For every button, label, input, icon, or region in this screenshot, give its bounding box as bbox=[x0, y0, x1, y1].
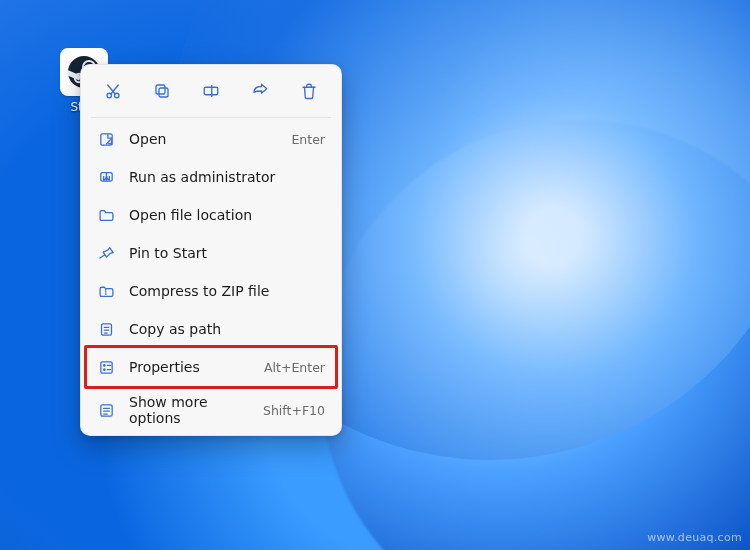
svg-point-14 bbox=[103, 364, 104, 365]
copy-icon bbox=[153, 82, 171, 100]
menu-separator bbox=[91, 117, 331, 118]
menu-item-run-as-administrator[interactable]: Run as administrator bbox=[87, 158, 335, 196]
copy-path-icon bbox=[97, 320, 115, 338]
menu-item-label: Properties bbox=[129, 359, 250, 375]
context-menu: Open Enter Run as administrator Open fil… bbox=[80, 64, 342, 436]
share-icon bbox=[251, 82, 269, 100]
menu-item-properties[interactable]: Properties Alt+Enter bbox=[87, 348, 335, 386]
svg-rect-9 bbox=[204, 87, 218, 95]
menu-item-label: Run as administrator bbox=[129, 169, 311, 185]
svg-rect-7 bbox=[159, 88, 168, 97]
menu-item-copy-as-path[interactable]: Copy as path bbox=[87, 310, 335, 348]
menu-item-label: Copy as path bbox=[129, 321, 311, 337]
pin-icon bbox=[97, 244, 115, 262]
menu-item-shortcut: Enter bbox=[291, 132, 325, 147]
cut-icon bbox=[104, 82, 122, 100]
menu-item-shortcut: Alt+Enter bbox=[264, 360, 325, 375]
cut-button[interactable] bbox=[89, 73, 136, 109]
menu-separator bbox=[91, 388, 331, 389]
menu-item-compress-zip[interactable]: Compress to ZIP file bbox=[87, 272, 335, 310]
svg-point-15 bbox=[103, 368, 104, 369]
menu-item-open[interactable]: Open Enter bbox=[87, 120, 335, 158]
menu-item-label: Show more options bbox=[129, 394, 249, 426]
zip-icon bbox=[97, 282, 115, 300]
delete-icon bbox=[300, 82, 318, 100]
svg-rect-13 bbox=[100, 361, 111, 372]
more-icon bbox=[97, 401, 115, 419]
properties-icon bbox=[97, 358, 115, 376]
menu-item-label: Open file location bbox=[129, 207, 311, 223]
menu-item-label: Open bbox=[129, 131, 277, 147]
menu-item-label: Pin to Start bbox=[129, 245, 311, 261]
menu-item-label: Compress to ZIP file bbox=[129, 283, 311, 299]
copy-button[interactable] bbox=[138, 73, 185, 109]
shield-icon bbox=[97, 168, 115, 186]
svg-rect-8 bbox=[156, 85, 165, 94]
folder-icon bbox=[97, 206, 115, 224]
watermark: www.deuaq.com bbox=[647, 531, 742, 544]
menu-item-pin-to-start[interactable]: Pin to Start bbox=[87, 234, 335, 272]
rename-button[interactable] bbox=[187, 73, 234, 109]
menu-item-shortcut: Shift+F10 bbox=[263, 403, 325, 418]
quick-actions-row bbox=[87, 71, 335, 115]
open-icon bbox=[97, 130, 115, 148]
share-button[interactable] bbox=[237, 73, 284, 109]
rename-icon bbox=[202, 82, 220, 100]
menu-item-show-more-options[interactable]: Show more options Shift+F10 bbox=[87, 391, 335, 429]
menu-item-open-file-location[interactable]: Open file location bbox=[87, 196, 335, 234]
delete-button[interactable] bbox=[286, 73, 333, 109]
